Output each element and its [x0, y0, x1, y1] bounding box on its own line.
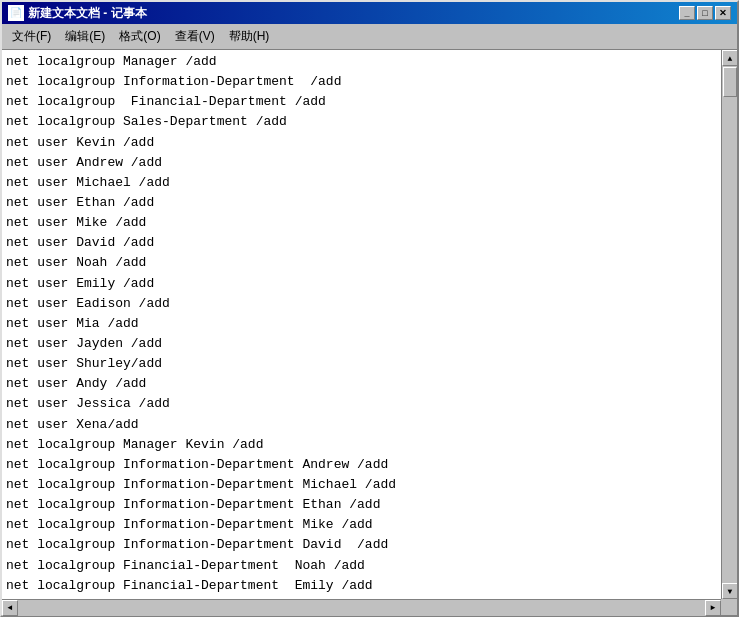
scroll-right-button[interactable]: ► [705, 600, 721, 616]
main-window: 📄 新建文本文档 - 记事本 _ □ ✕ 文件(F) 编辑(E) 格式(O) 查… [0, 0, 739, 617]
app-icon: 📄 [8, 5, 24, 21]
close-button[interactable]: ✕ [715, 6, 731, 20]
scroll-left-button[interactable]: ◄ [2, 600, 18, 616]
horizontal-scrollbar[interactable]: ◄ ► [2, 599, 721, 615]
title-bar-left: 📄 新建文本文档 - 记事本 [8, 5, 147, 22]
bottom-area: ◄ ► [2, 599, 737, 615]
vertical-scrollbar[interactable]: ▲ ▼ [721, 50, 737, 599]
menu-view[interactable]: 查看(V) [169, 26, 221, 47]
text-editor[interactable]: net localgroup Manager /add net localgro… [2, 50, 721, 599]
title-bar: 📄 新建文本文档 - 记事本 _ □ ✕ [2, 2, 737, 24]
scroll-down-button[interactable]: ▼ [722, 583, 737, 599]
menu-edit[interactable]: 编辑(E) [59, 26, 111, 47]
scroll-track[interactable] [722, 66, 737, 583]
h-scroll-track[interactable] [18, 600, 705, 616]
menu-help[interactable]: 帮助(H) [223, 26, 276, 47]
scroll-up-button[interactable]: ▲ [722, 50, 737, 66]
menu-bar: 文件(F) 编辑(E) 格式(O) 查看(V) 帮助(H) [2, 24, 737, 50]
scroll-thumb[interactable] [723, 67, 737, 97]
window-title: 新建文本文档 - 记事本 [28, 5, 147, 22]
minimize-button[interactable]: _ [679, 6, 695, 20]
scrollbar-corner [721, 599, 737, 615]
title-bar-buttons: _ □ ✕ [679, 6, 731, 20]
content-area: net localgroup Manager /add net localgro… [2, 50, 737, 599]
maximize-button[interactable]: □ [697, 6, 713, 20]
menu-format[interactable]: 格式(O) [113, 26, 166, 47]
menu-file[interactable]: 文件(F) [6, 26, 57, 47]
